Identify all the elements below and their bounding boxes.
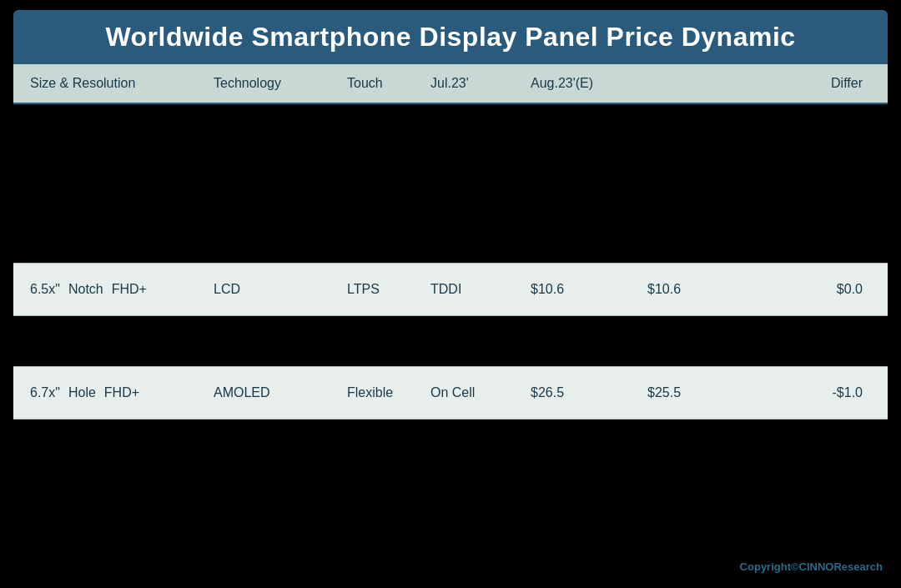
- bottom-gap: [13, 420, 888, 578]
- row1-jul: $10.6: [531, 282, 647, 297]
- data-row-1: 6.5x" Notch FHD+ LCD LTPS TDDI $10.6 $10…: [13, 263, 888, 316]
- row2-touch: Flexible: [347, 385, 430, 400]
- header-touch: Touch: [347, 76, 430, 91]
- title-bar: Worldwide Smartphone Display Panel Price…: [13, 10, 888, 64]
- row1-tech: LCD: [214, 282, 347, 297]
- row2-jul: $26.5: [531, 385, 647, 400]
- row1-touch: LTPS: [347, 282, 430, 297]
- row2-tech: AMOLED: [214, 385, 347, 400]
- copyright: Copyright©CINNOResearch: [740, 560, 883, 573]
- row1-aug: $10.6 $0.0: [647, 282, 871, 297]
- header-differ: Differ: [647, 76, 871, 91]
- row2-touchsub: On Cell: [430, 385, 531, 400]
- header-row: Size & Resolution Technology Touch Jul.2…: [13, 64, 888, 104]
- data-row-2: 6.7x" Hole FHD+ AMOLED Flexible On Cell …: [13, 366, 888, 420]
- header-jul: Jul.23': [430, 76, 531, 91]
- header-size: Size & Resolution: [30, 76, 214, 91]
- gap-2: [13, 316, 888, 366]
- page-wrapper: Worldwide Smartphone Display Panel Price…: [0, 0, 901, 588]
- row1-touchsub: TDDI: [430, 282, 531, 297]
- row2-size: 6.7x" Hole FHD+: [30, 385, 214, 400]
- row1-size: 6.5x" Notch FHD+: [30, 282, 214, 297]
- page-title: Worldwide Smartphone Display Panel Price…: [30, 22, 871, 53]
- header-tech: Technology: [214, 76, 347, 91]
- gap-1: [13, 104, 888, 263]
- row2-aug: $25.5 -$1.0: [647, 385, 871, 400]
- header-aug: Aug.23'(E): [531, 76, 647, 91]
